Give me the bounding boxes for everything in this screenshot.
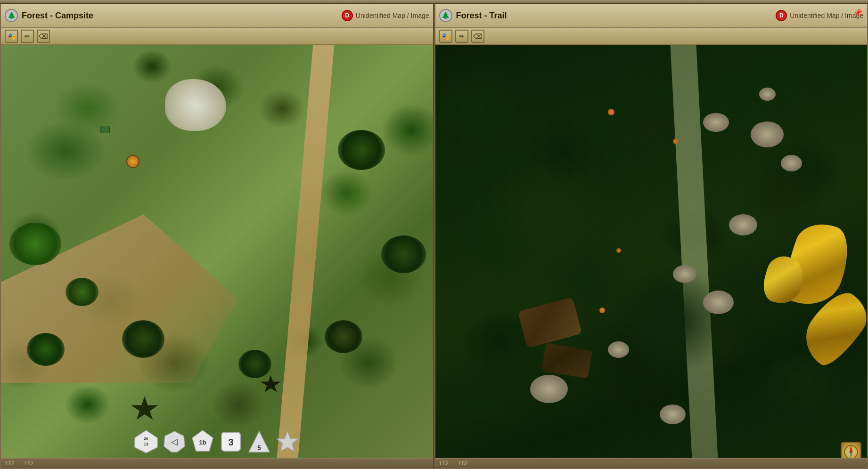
die-d4[interactable]: 5 bbox=[247, 429, 271, 454]
campsite-unidentified-icon: D bbox=[342, 10, 353, 21]
trail-pencil-button[interactable]: ✏ bbox=[455, 30, 468, 43]
title-bar bbox=[0, 0, 868, 4]
svg-marker-13 bbox=[849, 445, 853, 452]
svg-text:3: 3 bbox=[229, 437, 234, 447]
svg-text:1b: 1b bbox=[199, 439, 206, 446]
rock-4 bbox=[729, 214, 757, 235]
trail-coord-2: 1'52 bbox=[458, 461, 467, 466]
campsite-status-bar: 1'52 1'52 bbox=[1, 458, 433, 468]
campsite-unidentified-badge: D Unidentified Map / Image bbox=[342, 10, 429, 21]
campsite-map-viewport[interactable]: 20 13 ◁ bbox=[1, 45, 433, 468]
campsite-coord-1: 1'52 bbox=[5, 461, 14, 466]
trail-unidentified-icon: D bbox=[776, 10, 787, 21]
trail-unidentified-label: Unidentified Map / Image bbox=[790, 12, 863, 19]
die-d12[interactable]: ◁ bbox=[162, 429, 187, 454]
mushroom-1 bbox=[608, 109, 614, 115]
trail-mask-button[interactable]: 🎭 bbox=[439, 30, 452, 43]
svg-text:13: 13 bbox=[144, 442, 148, 446]
tree-8 bbox=[238, 350, 271, 378]
die-d20[interactable]: 20 13 bbox=[134, 429, 158, 454]
tree-7 bbox=[325, 320, 362, 353]
trail-toolbar: 🎭 ✏ ⌫ bbox=[435, 28, 868, 45]
campsite-titlebar: 🌲 Forest - Campsite D Unidentified Map /… bbox=[1, 4, 433, 28]
trail-map bbox=[435, 45, 868, 468]
trail-titlebar: 🌲 Forest - Trail D Unidentified Map / Im… bbox=[435, 4, 868, 28]
campsite-eraser-button[interactable]: ⌫ bbox=[37, 30, 50, 43]
rock-3 bbox=[781, 155, 802, 171]
trail-unidentified-badge: D Unidentified Map / Image bbox=[776, 10, 863, 21]
rock-6 bbox=[703, 291, 734, 314]
campsite-toolbar: 🎭 ✏ ⌫ bbox=[1, 28, 433, 45]
structure-marker bbox=[100, 126, 110, 133]
tree-4 bbox=[66, 278, 98, 306]
dice-bar: 20 13 ◁ bbox=[134, 429, 300, 454]
trail-map-viewport[interactable]: 1'52 1'52 bbox=[435, 45, 868, 468]
trail-coord-1: 1'52 bbox=[439, 461, 449, 466]
app-container: 🌲 Forest - Campsite D Unidentified Map /… bbox=[0, 0, 868, 469]
die-d6[interactable]: 3 bbox=[219, 429, 243, 454]
campsite-coord-2: 1'52 bbox=[24, 461, 33, 466]
campsite-window: 🌲 Forest - Campsite D Unidentified Map /… bbox=[0, 4, 434, 469]
tree-2 bbox=[27, 333, 65, 366]
mushroom-4 bbox=[599, 307, 605, 313]
trail-window-icon: 🌲 bbox=[439, 9, 452, 22]
trail-window: 🌲 Forest - Trail D Unidentified Map / Im… bbox=[434, 4, 868, 469]
die-d10[interactable]: 1b bbox=[190, 429, 215, 454]
tree-5 bbox=[338, 130, 385, 170]
rock-10 bbox=[759, 88, 776, 101]
trail-title: Forest - Trail bbox=[456, 11, 772, 21]
svg-text:5: 5 bbox=[257, 444, 261, 452]
campsite-window-icon: 🌲 bbox=[5, 9, 18, 22]
svg-point-15 bbox=[850, 451, 852, 453]
svg-text:◁: ◁ bbox=[171, 437, 178, 446]
campsite-pencil-button[interactable]: ✏ bbox=[21, 30, 34, 43]
rock-7 bbox=[608, 341, 629, 358]
svg-marker-11 bbox=[277, 431, 298, 451]
trail-pin-icon: 📌 bbox=[853, 8, 862, 17]
campsite-title: Forest - Campsite bbox=[22, 11, 338, 21]
campsite-map: 20 13 ◁ bbox=[1, 45, 433, 468]
svg-text:20: 20 bbox=[144, 437, 148, 441]
rock-5 bbox=[673, 265, 696, 283]
tree-3 bbox=[122, 320, 164, 358]
campsite-mask-button[interactable]: 🎭 bbox=[5, 30, 18, 43]
campsite-unidentified-label: Unidentified Map / Image bbox=[356, 12, 429, 19]
windows-container: 🌲 Forest - Campsite D Unidentified Map /… bbox=[0, 4, 868, 469]
die-shuriken[interactable] bbox=[275, 429, 300, 454]
mushroom-2 bbox=[673, 138, 679, 144]
tree-6 bbox=[381, 235, 426, 273]
rock-1 bbox=[703, 113, 729, 132]
trail-status-bar: 1'52 1'52 bbox=[435, 458, 868, 468]
trail-eraser-button[interactable]: ⌫ bbox=[471, 30, 484, 43]
tree-1 bbox=[9, 223, 61, 265]
rock-2 bbox=[751, 121, 784, 147]
